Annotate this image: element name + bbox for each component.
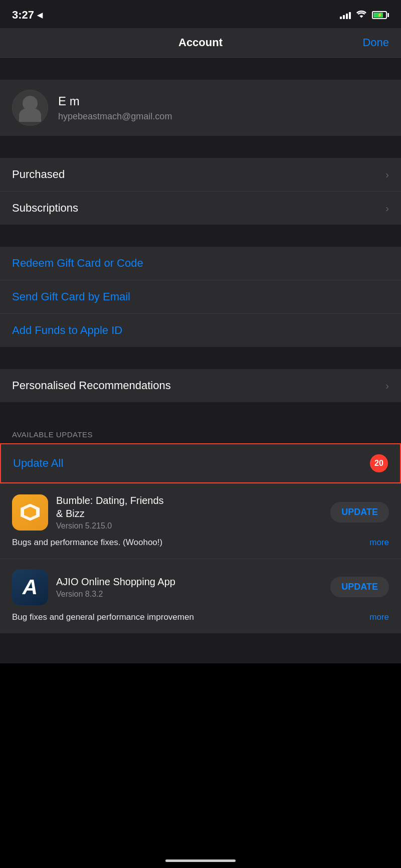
purchased-label: Purchased bbox=[12, 168, 65, 181]
personalised-rec-item[interactable]: Personalised Recommendations › bbox=[0, 369, 401, 402]
ajio-more-link[interactable]: more bbox=[369, 611, 389, 623]
chevron-right-icon: › bbox=[385, 380, 389, 392]
redeem-gift-card-item[interactable]: Redeem Gift Card or Code bbox=[0, 247, 401, 280]
subscriptions-label: Subscriptions bbox=[12, 202, 78, 215]
chevron-right-icon: › bbox=[385, 169, 389, 181]
personalised-rec-label: Personalised Recommendations bbox=[12, 379, 171, 392]
main-list-section: Purchased › Subscriptions › bbox=[0, 158, 401, 225]
add-funds-label: Add Funds to Apple ID bbox=[12, 324, 122, 337]
section-spacer-4 bbox=[0, 347, 401, 369]
redeem-label: Redeem Gift Card or Code bbox=[12, 257, 143, 270]
ajio-update-item: A AJIO Online Shopping App Version 8.3.2… bbox=[0, 559, 401, 633]
status-bar: 3:27 ◀ ⚡ bbox=[0, 0, 401, 28]
ajio-update-button[interactable]: UPDATE bbox=[330, 577, 389, 597]
wifi-icon bbox=[356, 10, 367, 21]
status-time: 3:27 ◀ bbox=[12, 9, 43, 22]
update-all-row[interactable]: Update All 20 bbox=[0, 443, 401, 483]
done-button[interactable]: Done bbox=[362, 36, 389, 49]
ajio-icon: A bbox=[12, 569, 48, 605]
bumble-update-button[interactable]: UPDATE bbox=[330, 502, 389, 523]
chevron-right-icon: › bbox=[385, 203, 389, 214]
user-profile-section[interactable]: E m hypebeastmach@gmail.com bbox=[0, 80, 401, 136]
bumble-details: Bumble: Dating, Friends& Bizz Version 5.… bbox=[56, 494, 322, 531]
ajio-update-main: A AJIO Online Shopping App Version 8.3.2… bbox=[12, 569, 389, 605]
subscriptions-item[interactable]: Subscriptions › bbox=[0, 192, 401, 225]
gift-card-section: Redeem Gift Card or Code Send Gift Card … bbox=[0, 247, 401, 347]
bumble-description: Bugs and performance fixes. (Woohoo!) bbox=[12, 537, 365, 549]
bumble-name: Bumble: Dating, Friends& Bizz bbox=[56, 494, 322, 520]
section-spacer-1 bbox=[0, 58, 401, 80]
add-funds-item[interactable]: Add Funds to Apple ID bbox=[0, 314, 401, 347]
ajio-version: Version 8.3.2 bbox=[56, 590, 322, 599]
bottom-spacer bbox=[0, 633, 401, 663]
nav-bar: Account Done bbox=[0, 28, 401, 58]
avatar bbox=[12, 90, 48, 126]
send-gift-card-item[interactable]: Send Gift Card by Email bbox=[0, 280, 401, 314]
battery-icon: ⚡ bbox=[372, 11, 389, 19]
location-icon: ◀ bbox=[37, 11, 43, 19]
page-title: Account bbox=[178, 36, 223, 49]
bumble-icon bbox=[12, 494, 48, 531]
updates-badge: 20 bbox=[370, 454, 388, 472]
user-info: E m hypebeastmach@gmail.com bbox=[58, 94, 172, 122]
update-all-label: Update All bbox=[13, 457, 63, 470]
updates-header-text: AVAILABLE UPDATES bbox=[12, 430, 93, 439]
ajio-details: AJIO Online Shopping App Version 8.3.2 bbox=[56, 575, 322, 599]
signal-icon bbox=[340, 11, 351, 19]
ajio-description-row: Bug fixes and general performance improv… bbox=[12, 611, 389, 623]
bumble-description-row: Bugs and performance fixes. (Woohoo!) mo… bbox=[12, 537, 389, 549]
ajio-name: AJIO Online Shopping App bbox=[56, 575, 322, 588]
section-spacer-3 bbox=[0, 225, 401, 247]
status-icons: ⚡ bbox=[340, 10, 389, 21]
section-spacer-2 bbox=[0, 136, 401, 158]
ajio-description: Bug fixes and general performance improv… bbox=[12, 611, 365, 623]
updates-header: AVAILABLE UPDATES bbox=[0, 424, 401, 443]
bumble-update-main: Bumble: Dating, Friends& Bizz Version 5.… bbox=[12, 494, 389, 531]
bumble-version: Version 5.215.0 bbox=[56, 522, 322, 531]
section-spacer-5 bbox=[0, 402, 401, 424]
time-display: 3:27 bbox=[12, 9, 34, 22]
user-email: hypebeastmach@gmail.com bbox=[58, 111, 172, 122]
user-name: E m bbox=[58, 94, 172, 108]
home-indicator bbox=[165, 859, 236, 862]
bumble-update-item: Bumble: Dating, Friends& Bizz Version 5.… bbox=[0, 483, 401, 559]
send-gift-label: Send Gift Card by Email bbox=[12, 290, 130, 303]
bumble-more-link[interactable]: more bbox=[369, 537, 389, 549]
purchased-item[interactable]: Purchased › bbox=[0, 158, 401, 192]
personalised-section: Personalised Recommendations › bbox=[0, 369, 401, 402]
